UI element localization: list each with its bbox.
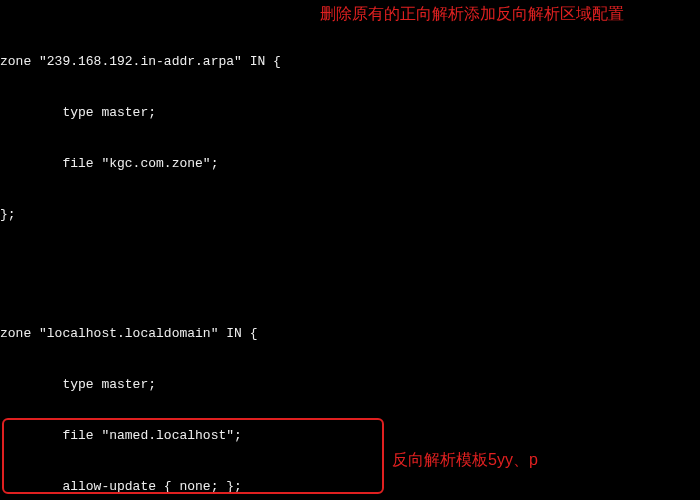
config-line: file "kgc.com.zone"; bbox=[0, 155, 700, 172]
annotation-top: 删除原有的正向解析添加反向解析区域配置 bbox=[320, 4, 680, 24]
blank-line bbox=[0, 257, 700, 274]
config-line: type master; bbox=[0, 376, 700, 393]
config-line: zone "239.168.192.in-addr.arpa" IN { bbox=[0, 53, 700, 70]
config-line: file "named.localhost"; bbox=[0, 427, 700, 444]
config-line: }; bbox=[0, 206, 700, 223]
annotation-bottom: 反向解析模板5yy、p bbox=[392, 450, 538, 470]
terminal-editor[interactable]: zone "239.168.192.in-addr.arpa" IN { typ… bbox=[0, 0, 700, 500]
config-line: zone "localhost.localdomain" IN { bbox=[0, 325, 700, 342]
config-line: type master; bbox=[0, 104, 700, 121]
config-line: allow-update { none; }; bbox=[0, 478, 700, 495]
